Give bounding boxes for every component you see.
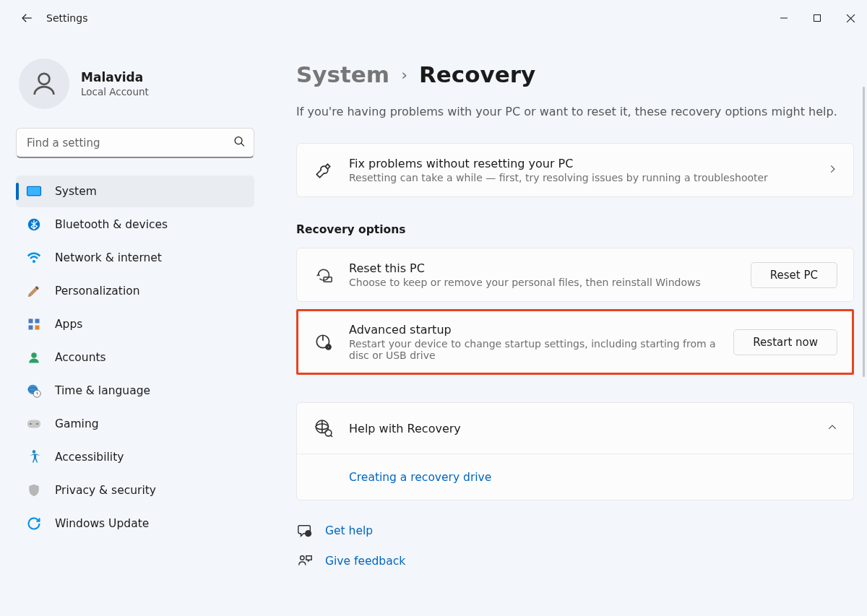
card-title: Help with Recovery [349, 422, 813, 435]
search-input[interactable] [16, 128, 254, 158]
help-chat-icon: ? [296, 522, 314, 539]
person-icon [26, 350, 42, 365]
svg-rect-12 [29, 319, 33, 324]
card-subtitle: Choose to keep or remove your personal f… [349, 277, 736, 288]
card-subtitle: Restart your device to change startup se… [349, 338, 719, 361]
section-heading: Recovery options [296, 223, 854, 236]
main-content: System › Recovery If you're having probl… [267, 36, 867, 616]
back-button[interactable] [14, 6, 39, 30]
arrow-left-icon [20, 12, 33, 25]
page-title: Recovery [419, 61, 535, 87]
svg-point-28 [327, 346, 329, 348]
fix-problems-card[interactable]: Fix problems without resetting your PC R… [296, 143, 854, 197]
advanced-startup-card: Advanced startup Restart your device to … [298, 311, 852, 373]
sidebar-item-update[interactable]: Windows Update [16, 508, 254, 539]
settings-window: Settings Malavida Local Account [0, 0, 867, 616]
scrollbar[interactable] [862, 87, 865, 587]
sidebar-item-label: Network & internet [55, 251, 162, 264]
footer-links: ? Get help Give feedback [296, 522, 854, 570]
scrollbar-thumb[interactable] [863, 87, 865, 377]
gamepad-icon [26, 416, 42, 432]
sidebar-item-accessibility[interactable]: Accessibility [16, 441, 254, 473]
window-controls [767, 6, 867, 30]
search-icon [233, 136, 246, 151]
chevron-right-icon: › [401, 66, 407, 84]
breadcrumb: System › Recovery [296, 61, 854, 87]
help-card-body: Creating a recovery drive [297, 454, 853, 500]
shield-icon [26, 482, 42, 498]
brush-icon [26, 283, 42, 299]
restart-now-button[interactable]: Restart now [733, 329, 837, 355]
sidebar-item-bluetooth[interactable]: Bluetooth & devices [16, 209, 254, 240]
reset-pc-button[interactable]: Reset PC [751, 262, 837, 288]
sidebar-item-label: Apps [55, 318, 82, 331]
svg-rect-2 [814, 15, 821, 22]
sidebar-item-privacy[interactable]: Privacy & security [16, 474, 254, 506]
svg-point-32 [325, 430, 332, 436]
svg-point-21 [30, 423, 31, 425]
chevron-up-icon [827, 422, 837, 435]
sidebar-item-label: Bluetooth & devices [55, 218, 168, 231]
link-label: Give feedback [325, 555, 405, 568]
advanced-startup-highlight: Advanced startup Restart your device to … [296, 309, 854, 375]
nav-list: System Bluetooth & devices Network & int… [16, 175, 254, 539]
app-title: Settings [46, 12, 87, 24]
give-feedback-link[interactable]: Give feedback [296, 552, 854, 570]
close-button[interactable] [834, 6, 867, 30]
reset-icon [313, 264, 335, 286]
page-subtitle: If you're having problems with your PC o… [296, 105, 854, 118]
svg-line-7 [241, 143, 244, 146]
wrench-icon [313, 160, 335, 181]
get-help-link[interactable]: ? Get help [296, 522, 854, 539]
svg-rect-9 [27, 187, 40, 195]
sidebar-item-label: Time & language [55, 384, 150, 397]
power-gear-icon [313, 331, 335, 353]
card-title: Advanced startup [349, 323, 719, 337]
feedback-icon [296, 552, 314, 570]
recovery-drive-link[interactable]: Creating a recovery drive [349, 471, 491, 484]
maximize-button[interactable] [801, 6, 834, 30]
svg-point-11 [33, 260, 35, 263]
link-label: Get help [325, 524, 373, 537]
chevron-right-icon [827, 163, 837, 177]
sidebar-item-network[interactable]: Network & internet [16, 242, 254, 274]
breadcrumb-parent[interactable]: System [296, 61, 389, 87]
sidebar-item-system[interactable]: System [16, 175, 254, 207]
svg-rect-20 [27, 420, 40, 428]
sidebar-item-accounts[interactable]: Accounts [16, 342, 254, 373]
wifi-icon [26, 250, 42, 266]
help-card-header[interactable]: Help with Recovery [297, 403, 853, 454]
profile-subtitle: Local Account [81, 86, 149, 97]
sidebar-item-label: Accessibility [55, 451, 124, 464]
svg-line-33 [331, 435, 332, 437]
sidebar-item-personalization[interactable]: Personalization [16, 275, 254, 307]
sidebar-item-time[interactable]: Time & language [16, 375, 254, 407]
svg-rect-14 [29, 326, 33, 330]
help-with-recovery-card: Help with Recovery Creating a recovery d… [296, 402, 854, 500]
svg-text:?: ? [307, 531, 309, 537]
close-icon [846, 14, 855, 23]
sidebar-item-label: Windows Update [55, 517, 149, 530]
apps-icon [26, 316, 42, 332]
person-icon [30, 69, 59, 98]
sidebar-item-label: Gaming [55, 417, 99, 430]
sidebar-item-apps[interactable]: Apps [16, 308, 254, 340]
maximize-icon [813, 14, 821, 22]
minimize-button[interactable] [767, 6, 801, 30]
search-wrap [16, 128, 254, 158]
accessibility-icon [26, 449, 42, 465]
body: Malavida Local Account System [0, 36, 867, 616]
update-icon [26, 516, 42, 532]
svg-point-23 [33, 450, 36, 454]
system-icon [26, 183, 42, 199]
profile[interactable]: Malavida Local Account [16, 54, 254, 122]
card-title: Fix problems without resetting your PC [349, 157, 813, 170]
svg-point-36 [301, 556, 305, 560]
svg-point-5 [39, 74, 50, 84]
card-subtitle: Resetting can take a while — first, try … [349, 172, 813, 183]
svg-rect-15 [35, 326, 40, 330]
titlebar: Settings [0, 0, 867, 36]
sidebar-item-gaming[interactable]: Gaming [16, 408, 254, 440]
globe-search-icon [313, 417, 335, 439]
sidebar: Malavida Local Account System [0, 36, 267, 616]
